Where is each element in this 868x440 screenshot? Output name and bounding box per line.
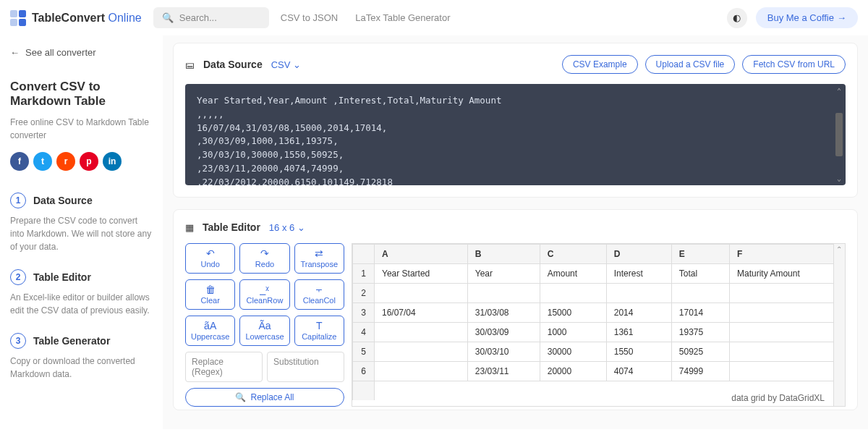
row-header[interactable]: 2 bbox=[353, 284, 375, 303]
transpose-button[interactable]: ⇄Transpose bbox=[294, 243, 344, 274]
uppercase-icon: ãA bbox=[204, 321, 216, 331]
clear-label: Clear bbox=[201, 296, 220, 305]
nav-link-csv-json[interactable]: CSV to JSON bbox=[281, 12, 338, 23]
brand-logo[interactable]: TableConvert Online bbox=[10, 10, 142, 26]
capitalize-button[interactable]: TCapitalize bbox=[294, 316, 344, 346]
grid-cell[interactable]: 31/03/08 bbox=[467, 303, 540, 323]
search-input[interactable]: 🔍 Search... bbox=[153, 7, 269, 28]
scroll-thumb[interactable] bbox=[835, 113, 843, 156]
grid-corner bbox=[353, 245, 375, 264]
grid-cell[interactable]: 1361 bbox=[606, 323, 671, 342]
format-selector[interactable]: CSV ⌄ bbox=[271, 59, 302, 70]
transpose-label: Transpose bbox=[301, 260, 339, 268]
search-icon: 🔍 bbox=[235, 392, 246, 402]
table-row: 623/03/1120000407474999 bbox=[353, 362, 845, 381]
cap-label: Capitalize bbox=[302, 332, 336, 341]
database-icon: 🖴 bbox=[185, 59, 195, 70]
dims-label: 16 x 6 bbox=[269, 222, 294, 233]
grid-cell[interactable]: 2014 bbox=[606, 303, 671, 323]
grid-cell[interactable]: 30/03/10 bbox=[467, 342, 540, 362]
grid-cell[interactable] bbox=[375, 342, 468, 362]
brand-text-2: Online bbox=[109, 12, 142, 24]
grid-cell[interactable]: 50925 bbox=[671, 342, 729, 362]
row-header[interactable]: 4 bbox=[353, 323, 375, 342]
grid-cell[interactable]: 16/07/04 bbox=[375, 303, 468, 323]
search-icon: 🔍 bbox=[162, 12, 174, 23]
grid-cell[interactable]: Total bbox=[671, 264, 729, 284]
grid-cell[interactable]: 1550 bbox=[606, 342, 671, 362]
row-header[interactable]: 6 bbox=[353, 362, 375, 381]
scrollbar[interactable]: ⌃⌄ bbox=[834, 85, 844, 184]
step-header: 3Table Generator bbox=[10, 333, 153, 349]
table-row: 2 bbox=[353, 284, 845, 303]
grid-scrollbar[interactable] bbox=[833, 244, 845, 406]
grid-cell[interactable] bbox=[730, 284, 845, 303]
undo-label: Undo bbox=[201, 260, 220, 268]
row-header[interactable]: 1 bbox=[353, 264, 375, 284]
grid-cell[interactable]: 23/03/11 bbox=[467, 362, 540, 381]
grid-cell[interactable]: Maturity Amount bbox=[730, 264, 845, 284]
grid-cell[interactable] bbox=[375, 323, 468, 342]
grid-cell[interactable]: 4074 bbox=[606, 362, 671, 381]
upper-label: Uppercase bbox=[191, 332, 229, 341]
social-pinterest-icon[interactable]: p bbox=[80, 152, 98, 171]
grid-cell[interactable] bbox=[671, 284, 729, 303]
grid-cell[interactable] bbox=[540, 284, 606, 303]
buy-coffee-button[interactable]: Buy Me a Coffie → bbox=[756, 7, 858, 28]
undo-button[interactable]: ↶Undo bbox=[185, 243, 235, 274]
grid-cell[interactable] bbox=[375, 284, 468, 303]
clear-button[interactable]: 🗑Clear bbox=[185, 279, 235, 310]
grid-cell[interactable] bbox=[730, 342, 845, 362]
data-grid[interactable]: ABCDEF1Year StartedYearAmountInterestTot… bbox=[352, 243, 846, 407]
uppercase-button[interactable]: ãAUppercase bbox=[185, 316, 235, 346]
back-link[interactable]: ← See all converter bbox=[10, 47, 153, 58]
grid-cell[interactable] bbox=[730, 362, 845, 381]
grid-cell[interactable]: 74999 bbox=[671, 362, 729, 381]
grid-cell[interactable]: 19375 bbox=[671, 323, 729, 342]
col-header[interactable]: D bbox=[606, 245, 671, 264]
grid-cell[interactable]: 15000 bbox=[540, 303, 606, 323]
action-upload-a-csv-file[interactable]: Upload a CSV file bbox=[645, 55, 736, 74]
col-header[interactable]: F bbox=[730, 245, 845, 264]
grid-cell[interactable]: 20000 bbox=[540, 362, 606, 381]
grid-cell[interactable] bbox=[606, 284, 671, 303]
lowercase-button[interactable]: ÃaLowercase bbox=[239, 316, 289, 346]
social-facebook-icon[interactable]: f bbox=[10, 152, 29, 171]
cleanrow-button[interactable]: ⎯ᵡCleanRow bbox=[239, 279, 289, 310]
replace-all-button[interactable]: 🔍 Replace All bbox=[185, 388, 344, 407]
row-header[interactable]: 5 bbox=[353, 342, 375, 362]
action-fetch-csv-from-url[interactable]: Fetch CSV from URL bbox=[742, 55, 846, 74]
grid-cell[interactable]: Year bbox=[467, 264, 540, 284]
grid-cell[interactable] bbox=[730, 303, 845, 323]
grid-cell[interactable]: Year Started bbox=[375, 264, 468, 284]
grid-cell[interactable]: 17014 bbox=[671, 303, 729, 323]
grid-cell[interactable]: 30000 bbox=[540, 342, 606, 362]
table-row: 316/07/0431/03/0815000201417014 bbox=[353, 303, 845, 323]
dimensions-selector[interactable]: 16 x 6 ⌄ bbox=[269, 222, 305, 233]
nav-link-latex[interactable]: LaTex Table Generator bbox=[355, 12, 450, 23]
redo-button[interactable]: ↷Redo bbox=[239, 243, 289, 274]
action-csv-example[interactable]: CSV Example bbox=[562, 55, 638, 74]
grid-cell[interactable]: 30/03/09 bbox=[467, 323, 540, 342]
grid-cell[interactable]: 1000 bbox=[540, 323, 606, 342]
social-twitter-icon[interactable]: t bbox=[33, 152, 52, 171]
grid-cell[interactable] bbox=[730, 323, 845, 342]
cleancol-button[interactable]: ⫟CleanCol bbox=[294, 279, 344, 310]
table-row: 430/03/091000136119375 bbox=[353, 323, 845, 342]
col-header[interactable]: C bbox=[540, 245, 606, 264]
grid-cell[interactable]: Interest bbox=[606, 264, 671, 284]
grid-cell[interactable]: Amount bbox=[540, 264, 606, 284]
dark-mode-toggle[interactable]: ◐ bbox=[727, 8, 747, 28]
regex-input[interactable]: Replace (Regex) bbox=[185, 352, 263, 382]
social-reddit-icon[interactable]: r bbox=[56, 152, 75, 171]
col-header[interactable]: E bbox=[671, 245, 729, 264]
trash-icon: 🗑 bbox=[205, 284, 216, 295]
grid-cell[interactable] bbox=[375, 362, 468, 381]
social-linkedin-icon[interactable]: in bbox=[103, 152, 122, 171]
grid-cell[interactable] bbox=[467, 284, 540, 303]
csv-textarea[interactable]: Year Started,Year,Amount ,Interest,Total… bbox=[185, 84, 846, 185]
row-header[interactable]: 3 bbox=[353, 303, 375, 323]
col-header[interactable]: B bbox=[467, 245, 540, 264]
col-header[interactable]: A bbox=[375, 245, 468, 264]
substitution-input[interactable]: Substitution bbox=[267, 352, 344, 382]
